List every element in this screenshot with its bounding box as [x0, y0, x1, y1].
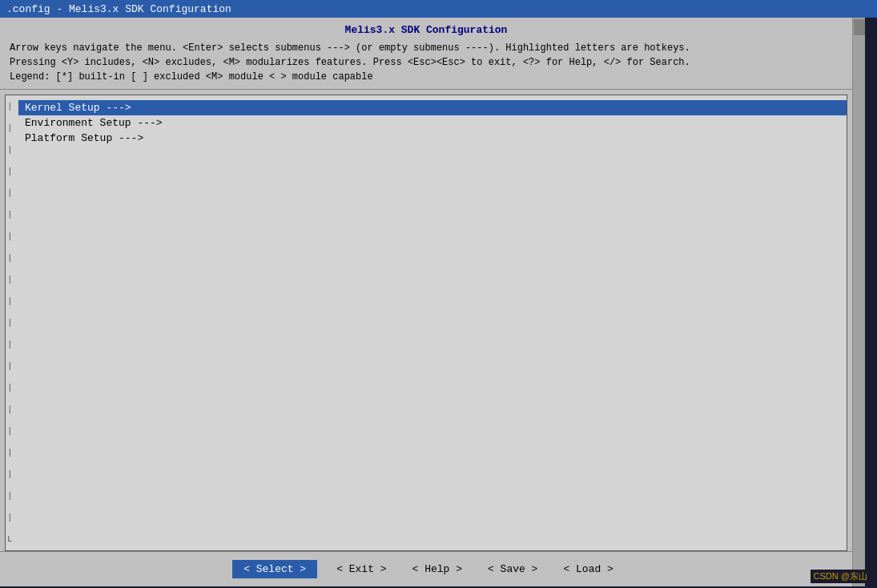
watermark: CSDN @东山	[811, 570, 871, 583]
menu-item-kernel[interactable]: Kernel Setup --->	[18, 100, 847, 115]
load-button[interactable]: < Load >	[557, 560, 619, 578]
title-bar-text: .config - Melis3.x SDK Configuration	[6, 3, 231, 15]
select-button[interactable]: < Select >	[232, 560, 317, 578]
menu-item-platform[interactable]: Platform Setup --->	[18, 131, 847, 146]
bottom-bar: < Select > < Exit > < Help > < Save > < …	[0, 551, 852, 586]
menu-item-environment[interactable]: Environment Setup --->	[18, 115, 847, 131]
header-title: Melis3.x SDK Configuration	[10, 24, 843, 36]
title-bar: .config - Melis3.x SDK Configuration	[0, 0, 877, 18]
menu-area: | | | | | | | | | | | | | | | | |	[5, 95, 847, 551]
header-line2: Pressing <Y> includes, <N> excludes, <M>…	[10, 55, 843, 70]
scrollbar-thumb[interactable]	[854, 19, 865, 35]
exit-button[interactable]: < Exit >	[330, 560, 392, 578]
header-line3: Legend: [*] built-in [ ] excluded <M> mo…	[10, 70, 843, 84]
header-line1: Arrow keys navigate the menu. <Enter> se…	[10, 41, 843, 55]
help-button[interactable]: < Help >	[406, 560, 469, 578]
save-button[interactable]: < Save >	[481, 560, 544, 578]
scrollbar[interactable]	[852, 18, 865, 586]
header-section: Melis3.x SDK Configuration Arrow keys na…	[0, 18, 852, 90]
